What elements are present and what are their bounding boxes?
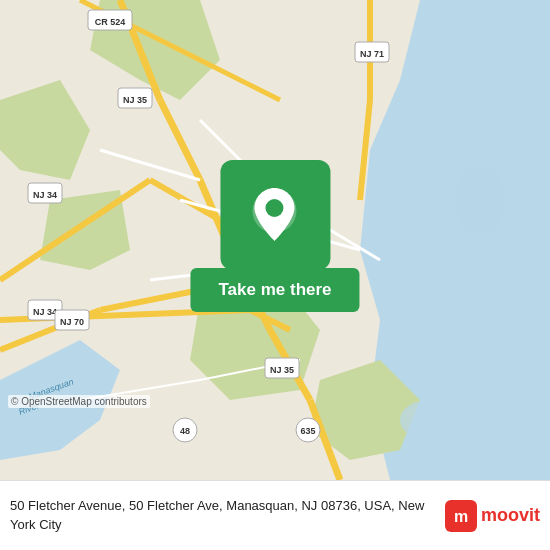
location-pin-background [220, 160, 330, 270]
footer-address: 50 Fletcher Avenue, 50 Fletcher Ave, Man… [10, 497, 445, 533]
svg-text:m: m [454, 508, 468, 525]
map-container: CR 524 NJ 71 NJ 35 NJ 34 NJ 34 NJ 70 NJ … [0, 0, 550, 480]
svg-text:CR 524: CR 524 [95, 17, 126, 27]
svg-text:NJ 34: NJ 34 [33, 307, 57, 317]
svg-text:635: 635 [300, 426, 315, 436]
svg-text:NJ 35: NJ 35 [270, 365, 294, 375]
moovit-brand-text: moovit [481, 505, 540, 526]
take-me-there-button[interactable]: Take me there [190, 268, 359, 312]
svg-text:NJ 34: NJ 34 [33, 190, 57, 200]
svg-point-8 [420, 320, 500, 380]
svg-text:48: 48 [180, 426, 190, 436]
moovit-logo: m moovit [445, 500, 540, 532]
take-me-there-container: Take me there [190, 160, 359, 312]
footer: 50 Fletcher Avenue, 50 Fletcher Ave, Man… [0, 480, 550, 550]
svg-text:NJ 35: NJ 35 [123, 95, 147, 105]
svg-point-55 [265, 199, 283, 217]
svg-text:NJ 71: NJ 71 [360, 49, 384, 59]
svg-point-9 [400, 400, 460, 440]
svg-text:NJ 70: NJ 70 [60, 317, 84, 327]
moovit-icon: m [445, 500, 477, 532]
osm-credit: © OpenStreetMap contributors [8, 395, 150, 408]
svg-point-10 [455, 160, 505, 240]
